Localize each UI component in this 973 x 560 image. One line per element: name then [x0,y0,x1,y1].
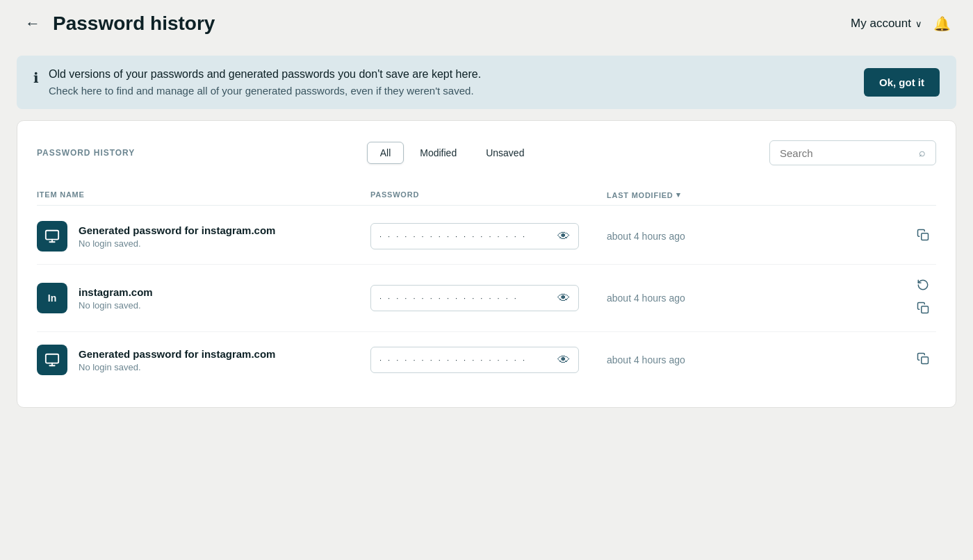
header-right: My account ∨ 🔔 [851,15,951,32]
svg-rect-4 [922,306,929,313]
item-name: Generated password for instagram.com [79,224,275,236]
item-icon [37,221,67,252]
notifications-button[interactable]: 🔔 [933,15,951,32]
table-row: Generated password for instagram.com No … [37,208,936,265]
search-box: ⌕ [769,140,936,165]
item-cell: Generated password for instagram.com No … [37,345,370,375]
info-banner: ℹ Old versions of your passwords and gen… [17,56,956,109]
item-icon: In [37,283,67,313]
password-cell: · · · · · · · · · · · · · · · · · · 👁 [370,347,607,373]
item-name: Generated password for instagram.com [79,348,275,360]
restore-button[interactable] [915,277,931,296]
svg-rect-3 [922,233,929,240]
table-row: In instagram.com No login saved. · · · ·… [37,265,936,332]
password-dots: · · · · · · · · · · · · · · · · · · [379,356,557,364]
copy-button[interactable] [915,351,931,370]
password-cell: · · · · · · · · · · · · · · · · · 👁 [370,285,607,311]
item-info: instagram.com No login saved. [79,286,153,311]
item-name: instagram.com [79,286,153,298]
meta-cell: about 4 hours ago [607,277,936,319]
section-label: PASSWORD HISTORY [37,148,135,158]
item-sub: No login saved. [79,238,275,249]
col-header-last-modified[interactable]: LAST MODIFIED ▾ [607,190,936,199]
my-account-label: My account [851,17,911,31]
info-icon: ℹ [33,69,39,86]
time-text: about 4 hours ago [607,231,685,242]
svg-rect-5 [46,354,58,363]
password-dots: · · · · · · · · · · · · · · · · · [379,294,557,302]
filter-unsaved-button[interactable]: Unsaved [473,142,537,164]
back-button[interactable]: ← [22,13,43,34]
item-sub: No login saved. [79,362,275,372]
time-text: about 4 hours ago [607,354,685,365]
password-field: · · · · · · · · · · · · · · · · · · 👁 [370,223,579,249]
filter-group: All Modified Unsaved [367,142,538,164]
header-left: ← Password history [22,13,215,35]
header: ← Password history My account ∨ 🔔 [0,0,973,47]
toggle-password-button[interactable]: 👁 [557,354,570,366]
item-info: Generated password for instagram.com No … [79,224,275,249]
item-sub: No login saved. [79,300,153,311]
eye-icon: 👁 [557,291,570,305]
meta-cell: about 4 hours ago [607,227,936,246]
restore-icon [917,281,929,294]
password-cell: · · · · · · · · · · · · · · · · · · 👁 [370,223,607,249]
toggle-password-button[interactable]: 👁 [557,230,570,242]
toggle-password-button[interactable]: 👁 [557,292,570,304]
my-account-button[interactable]: My account ∨ [851,17,922,31]
banner-secondary-text: Check here to find and manage all of you… [49,85,481,97]
eye-icon: 👁 [557,229,570,243]
table-row: Generated password for instagram.com No … [37,332,936,388]
item-info: Generated password for instagram.com No … [79,348,275,372]
copy-button[interactable] [915,300,931,319]
eye-icon: 👁 [557,353,570,367]
copy-icon [917,231,929,244]
search-input[interactable] [780,147,913,159]
table-header: ITEM NAME PASSWORD LAST MODIFIED ▾ [37,185,936,206]
copy-icon [917,304,929,317]
meta-cell: about 4 hours ago [607,351,936,370]
chevron-down-icon: ∨ [915,19,922,29]
sort-icon: ▾ [676,190,681,199]
filter-all-button[interactable]: All [367,142,404,164]
row-actions [915,277,931,319]
time-text: about 4 hours ago [607,293,685,304]
col-header-password: PASSWORD [370,190,607,199]
row-actions [915,227,931,246]
info-text: Old versions of your passwords and gener… [49,68,481,97]
row-actions [915,351,931,370]
copy-button[interactable] [915,227,931,246]
svg-rect-8 [922,356,929,363]
main-card: PASSWORD HISTORY All Modified Unsaved ⌕ … [17,120,956,408]
password-dots: · · · · · · · · · · · · · · · · · · [379,232,557,240]
item-cell: In instagram.com No login saved. [37,283,370,313]
col-header-item-name: ITEM NAME [37,190,370,199]
password-field: · · · · · · · · · · · · · · · · · · 👁 [370,347,579,373]
password-field: · · · · · · · · · · · · · · · · · 👁 [370,285,579,311]
search-icon: ⌕ [919,147,926,159]
banner-primary-text: Old versions of your passwords and gener… [49,68,481,81]
info-banner-content: ℹ Old versions of your passwords and gen… [33,68,481,97]
toolbar: PASSWORD HISTORY All Modified Unsaved ⌕ [37,140,936,165]
item-icon [37,345,67,375]
ok-got-it-button[interactable]: Ok, got it [864,68,940,97]
filter-modified-button[interactable]: Modified [407,142,470,164]
copy-icon [917,354,929,368]
svg-rect-0 [46,231,58,240]
item-cell: Generated password for instagram.com No … [37,221,370,252]
bell-icon: 🔔 [933,16,951,31]
page-title: Password history [53,13,215,35]
